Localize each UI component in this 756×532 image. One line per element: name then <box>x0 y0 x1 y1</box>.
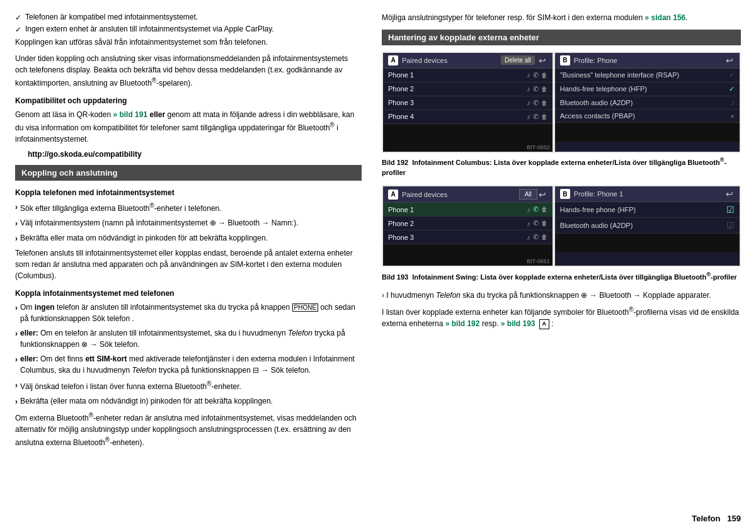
section-hantering: Hantering av kopplade externa enheter <box>382 30 741 45</box>
all-button[interactable]: All <box>519 189 537 200</box>
panel-label-a1: A <box>388 55 398 65</box>
panel-profile-1: B Profile: Phone ↩ "Business" telephone … <box>555 53 740 152</box>
trash-icon-2[interactable]: 🗑 <box>541 86 547 93</box>
profile-hfp-2[interactable]: Hands-free phone (HFP) ☑ <box>555 202 740 218</box>
profile-pbap[interactable]: Access contacts (PBAP) ● <box>555 110 740 123</box>
check-text-2: Ingen extern enhet är ansluten till info… <box>25 25 274 33</box>
check-item-2: ✓ Ingen extern enhet är ansluten till in… <box>15 25 362 34</box>
trash-icon-1[interactable]: 🗑 <box>541 72 547 79</box>
heading-koppla-telefon: Koppla telefonen med infotainmentsysteme… <box>15 187 362 198</box>
bullet-arrow-2d: › <box>15 380 18 391</box>
phone-icon-s3: ✆ <box>533 233 539 241</box>
music-icon-s2: ♪ <box>527 220 530 227</box>
music-icon-s1: ♪ <box>527 206 530 213</box>
panel-title-b2: Profile: Phone 1 <box>574 190 724 198</box>
panel-profile-2: B Profile: Phone 1 ↩ Hands-free phone (H… <box>555 186 740 266</box>
checkmark-icon-2: ✓ <box>15 25 21 34</box>
device-item-phone2-1[interactable]: Phone 2 ♪ ✆ 🗑 <box>383 82 553 96</box>
section-koppling: Koppling och anslutning <box>15 165 362 181</box>
back-button-a2[interactable]: ↩ <box>537 190 547 200</box>
device-panels-1: A Paired devices Delete all ↩ Phone 1 ♪ … <box>382 52 741 153</box>
checkmark-icon-1: ✓ <box>15 13 21 22</box>
para1: Kopplingen kan utföras såväl från infota… <box>15 37 362 48</box>
bullet-text-2b: eller: Om en telefon är ansluten till in… <box>20 327 362 350</box>
back-button-b1[interactable]: ↩ <box>724 55 735 65</box>
bullet-1b: › Välj infotainmentsystem (namn på infot… <box>15 217 362 229</box>
device-item-phone1-1[interactable]: Phone 1 ♪ ✆ 🗑 <box>383 69 553 82</box>
bullet-1a: › Sök efter tillgängliga externa Bluetoo… <box>15 201 362 214</box>
bullet-text-1a: Sök efter tillgängliga externa Bluetooth… <box>20 201 362 214</box>
bullet-text-2e: Bekräfta (eller mata om nödvändigt in) p… <box>20 395 362 407</box>
profile-check-a2dp2: ☑ <box>726 220 735 230</box>
trash-icon-s1[interactable]: 🗑 <box>541 206 547 213</box>
url-link[interactable]: http://go.skoda.eu/compatibility <box>28 150 362 159</box>
trash-icon-s3[interactable]: 🗑 <box>541 234 547 241</box>
profile-check-rsap: ✓ <box>729 71 735 79</box>
panel-title-a1: Paired devices <box>402 57 501 64</box>
bullet-2c: › eller: Om det finns ett SIM-kort med a… <box>15 353 362 376</box>
note2-link1[interactable]: » bild 192 <box>445 319 480 328</box>
profile-check-pbap: ● <box>730 112 735 120</box>
profile-hfp[interactable]: Hands-free telephone (HFP) ✓ <box>555 82 740 96</box>
music-icon-s3: ♪ <box>527 234 530 241</box>
back-button-a1[interactable]: ↩ <box>537 55 547 65</box>
bullet-text-1b: Välj infotainmentsystem (namn på infotai… <box>20 217 362 229</box>
heading-koppla-infotainment: Koppla infotainmentsystemet med telefone… <box>15 288 362 299</box>
profile-check-hfp: ✓ <box>729 85 735 93</box>
footer-label: Telefon <box>692 514 720 523</box>
caption1: Bild 192 Infotainment Columbus: Lista öv… <box>382 157 741 178</box>
device-panels-2: A Paired devices All ↩ Phone 1 ♪ ✆ 🗑 Pho… <box>382 185 741 267</box>
page-number: 159 <box>727 514 741 523</box>
bullet-2a: › Om ingen telefon är ansluten till info… <box>15 302 362 324</box>
bullet-arrow-2b: › <box>15 328 18 339</box>
para4: Telefonen ansluts till infotainmentsyste… <box>15 247 362 281</box>
panel-label-b2: B <box>560 189 570 199</box>
profile-check-hfp2: ☑ <box>726 205 735 215</box>
device-item-phone3-1[interactable]: Phone 3 ♪ ✆ 🗑 <box>383 96 553 110</box>
bullet-text-1c: Bekräfta eller mata om nödvändigt in pin… <box>20 232 362 244</box>
bit-label-1: BIT-0652 <box>383 143 553 152</box>
bullet-1c: › Bekräfta eller mata om nödvändigt in p… <box>15 232 362 244</box>
left-column: ✓ Telefonen är kompatibel med infotainme… <box>15 13 362 519</box>
trash-icon-3[interactable]: 🗑 <box>541 99 547 106</box>
profile-a2dp[interactable]: Bluetooth audio (A2DP) ♪ <box>555 96 740 110</box>
heading-kompatibilitet: Kompatibilitet och uppdatering <box>15 95 362 106</box>
profile-a2dp-2[interactable]: Bluetooth audio (A2DP) ☑ <box>555 218 740 234</box>
para5: Om externa Bluetooth®-enheter redan är a… <box>15 410 362 448</box>
device-item-phone4-1[interactable]: Phone 4 ♪ ✆ 🗑 <box>383 110 553 124</box>
phone-icon-2: ✆ <box>533 85 539 93</box>
bullet-arrow-1a: › <box>15 201 18 213</box>
music-icon-4: ♪ <box>527 113 530 120</box>
music-icon-3: ♪ <box>527 99 530 106</box>
panel-paired-devices-2: A Paired devices All ↩ Phone 1 ♪ ✆ 🗑 Pho… <box>383 186 553 266</box>
panel-header-b1: B Profile: Phone ↩ <box>555 53 740 69</box>
bullet-text-2c: eller: Om det finns ett SIM-kort med akt… <box>20 353 362 376</box>
trash-icon-4[interactable]: 🗑 <box>541 113 547 120</box>
panel-paired-devices-1: A Paired devices Delete all ↩ Phone 1 ♪ … <box>383 53 553 152</box>
bullet-arrow-2a: › <box>15 302 18 314</box>
bullet-arrow-2e: › <box>15 396 18 407</box>
caption2: Bild 193 Infotainment Swing: Lista över … <box>382 271 741 282</box>
bullet-2d: › Välj önskad telefon i listan över funn… <box>15 379 362 392</box>
bullet-text-2a: Om ingen telefon är ansluten till infota… <box>20 302 362 324</box>
check-item-1: ✓ Telefonen är kompatibel med infotainme… <box>15 13 362 22</box>
panel-title-b1: Profile: Phone <box>574 57 724 64</box>
bullet-2e: › Bekräfta (eller mata om nödvändigt in)… <box>15 395 362 407</box>
note1: › I huvudmenyn Telefon ska du trycka på … <box>382 290 741 301</box>
phone-icon-1: ✆ <box>533 71 539 79</box>
panel-header-a2: A Paired devices All ↩ <box>383 186 553 203</box>
back-button-b2[interactable]: ↩ <box>724 189 735 199</box>
trash-icon-s2[interactable]: 🗑 <box>541 220 547 227</box>
bullet-arrow-1b: › <box>15 218 18 229</box>
device-item-phone2-2[interactable]: Phone 2 ♪ ✆ 🗑 <box>383 217 553 230</box>
device-item-phone3-2[interactable]: Phone 3 ♪ ✆ 🗑 <box>383 230 553 244</box>
phone-icon-s1: ✆ <box>533 205 539 213</box>
note2-link2[interactable]: » bild 193 <box>501 319 536 328</box>
device-item-phone1-2[interactable]: Phone 1 ♪ ✆ 🗑 <box>383 203 553 217</box>
profile-rsap[interactable]: "Business" telephone interface (RSAP) ✓ <box>555 69 740 82</box>
note-label-a: A <box>539 319 549 329</box>
bullet-arrow-2c: › <box>15 354 18 365</box>
right-column: Möjliga anslutningstyper för telefoner r… <box>382 13 741 519</box>
intro-link[interactable]: » sidan 156 <box>645 13 686 22</box>
delete-all-button-1[interactable]: Delete all <box>501 55 535 65</box>
